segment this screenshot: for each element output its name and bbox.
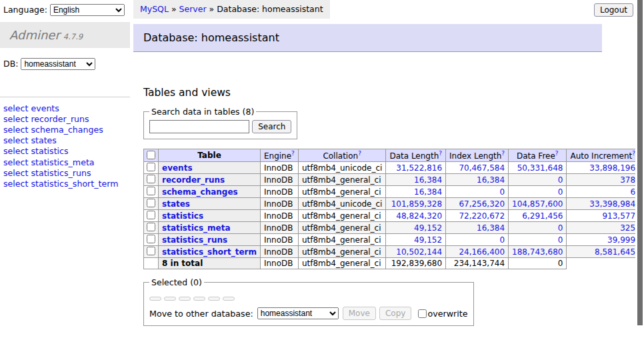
table-link[interactable]: events	[162, 163, 193, 173]
breadcrumb-separator: »	[209, 4, 215, 14]
select-link[interactable]: select	[3, 114, 28, 124]
table-link[interactable]: statistics_meta	[162, 223, 231, 233]
sidebar-table-link[interactable]: statistics_meta	[31, 157, 94, 167]
table-link[interactable]: statistics_runs	[162, 235, 227, 245]
logout-button[interactable]: Logout	[594, 3, 633, 17]
table-link[interactable]: schema_changes	[162, 187, 238, 197]
column-header: Data Free?	[509, 149, 567, 162]
totals-index-length: 234,143,744	[446, 258, 509, 269]
select-all-checkbox[interactable]	[147, 151, 155, 159]
language-select[interactable]: English	[50, 4, 125, 16]
column-header-label: Auto Increment	[570, 151, 632, 161]
sidebar-table-link[interactable]: schema_changes	[31, 125, 103, 135]
sidebar-table-link[interactable]: events	[31, 103, 59, 113]
create-links	[143, 337, 602, 347]
search-button[interactable]: Search	[252, 120, 291, 133]
row-checkbox[interactable]	[147, 199, 155, 207]
help-link[interactable]: ?	[439, 150, 442, 157]
sidebar-table-link[interactable]: states	[31, 135, 56, 145]
scrollbar-thumb[interactable]	[637, 0, 643, 325]
bulk-action-button[interactable]	[208, 297, 220, 301]
bulk-action-button[interactable]	[193, 297, 205, 301]
overwrite-checkbox[interactable]	[418, 309, 427, 318]
cell-index-length: 70,467,584	[446, 162, 509, 174]
row-checkbox[interactable]	[147, 235, 155, 243]
row-checkbox[interactable]	[147, 175, 155, 183]
select-link[interactable]: select	[3, 125, 28, 135]
app-title: Adminer4.7.9	[0, 22, 130, 48]
row-checkbox[interactable]	[147, 163, 155, 171]
move-button[interactable]: Move	[343, 307, 376, 320]
select-link[interactable]: select	[3, 103, 28, 113]
row-checkbox-cell	[144, 234, 159, 246]
totals-data-free: 0	[509, 258, 567, 269]
select-link[interactable]: select	[3, 157, 28, 167]
copy-button[interactable]: Copy	[379, 307, 411, 320]
cell-data-free: 50,331,648	[509, 162, 567, 174]
select-link[interactable]: select	[3, 146, 28, 156]
cell-index-length: 67,256,320	[446, 198, 509, 210]
bulk-action-button[interactable]	[149, 297, 161, 301]
breadcrumb-link-mysql[interactable]: MySQL	[140, 4, 169, 14]
table-row: schema_changes InnoDB utf8mb4_general_ci…	[144, 186, 644, 198]
bulk-action-button[interactable]	[179, 297, 191, 301]
cell-table-name: events	[159, 162, 261, 174]
row-checkbox-cell	[144, 186, 159, 198]
totals-collation: utf8mb4_general_ci	[298, 258, 386, 269]
cell-data-length: 16,384	[386, 174, 446, 186]
db-select[interactable]: homeassistant	[21, 58, 95, 70]
table-link[interactable]: statistics_short_term	[162, 247, 257, 257]
cell-engine: InnoDB	[260, 246, 298, 258]
help-link[interactable]: ?	[291, 150, 295, 157]
cell-table-name: recorder_runs	[159, 174, 261, 186]
select-link[interactable]: select	[3, 168, 28, 178]
breadcrumb-separator: »	[171, 4, 177, 14]
bulk-action-button[interactable]	[164, 297, 176, 301]
search-input[interactable]	[149, 120, 249, 133]
cell-data-free: 0	[509, 234, 567, 246]
cell-auto-increment: 33,398,984	[567, 198, 639, 210]
table-link[interactable]: recorder_runs	[162, 175, 225, 185]
sidebar-table-link[interactable]: recorder_runs	[31, 114, 89, 124]
scrollbar-track[interactable]	[635, 0, 644, 362]
select-link[interactable]: select	[3, 135, 28, 145]
table-row: statistics_meta InnoDB utf8mb4_general_c…	[144, 222, 644, 234]
table-header-row: TableEngine?Collation?Data Length?Index …	[144, 149, 644, 162]
sidebar-select-item: select statistics	[3, 146, 130, 157]
cell-auto-increment: 8,581,645	[567, 246, 639, 258]
sidebar: Language:English Adminer4.7.9 DB:homeass…	[0, 0, 130, 189]
move-db-select[interactable]: homeassistant	[257, 307, 339, 319]
sidebar-select-item: select recorder_runs	[3, 114, 130, 125]
totals-engine: InnoDB	[260, 258, 298, 269]
breadcrumb-link-server[interactable]: Server	[179, 4, 207, 14]
column-header: Collation?	[298, 149, 386, 162]
table-link[interactable]: statistics	[162, 211, 203, 221]
cell-data-length: 49,152	[386, 222, 446, 234]
help-link[interactable]: ?	[501, 150, 505, 157]
row-checkbox[interactable]	[147, 223, 155, 231]
select-link[interactable]: select	[3, 179, 28, 189]
cell-index-length: 0	[446, 234, 509, 246]
row-checkbox[interactable]	[147, 187, 155, 195]
column-header: Table	[159, 149, 261, 162]
table-link[interactable]: states	[162, 199, 190, 209]
db-label: DB:	[3, 59, 18, 69]
column-header: Data Length?	[386, 149, 446, 162]
cell-data-length: 101,859,328	[386, 198, 446, 210]
row-checkbox[interactable]	[147, 247, 155, 255]
table-row: statistics_runs InnoDB utf8mb4_general_c…	[144, 234, 644, 246]
cell-data-length: 49,152	[386, 234, 446, 246]
table-row: states InnoDB utf8mb4_unicode_ci 101,859…	[144, 198, 644, 210]
row-checkbox[interactable]	[147, 211, 155, 219]
column-header-label: Table	[197, 151, 221, 160]
sidebar-select-item: select statistics_short_term	[3, 179, 130, 189]
help-link[interactable]: ?	[358, 150, 361, 157]
bulk-action-button[interactable]	[223, 297, 235, 301]
help-link[interactable]: ?	[555, 150, 559, 157]
sidebar-table-link[interactable]: statistics_short_term	[31, 179, 118, 189]
cell-engine: InnoDB	[260, 186, 298, 198]
cell-data-free: 104,857,600	[509, 198, 567, 210]
cell-data-free: 188,743,680	[509, 246, 567, 258]
sidebar-table-link[interactable]: statistics_runs	[31, 168, 91, 178]
sidebar-table-link[interactable]: statistics	[31, 146, 68, 156]
